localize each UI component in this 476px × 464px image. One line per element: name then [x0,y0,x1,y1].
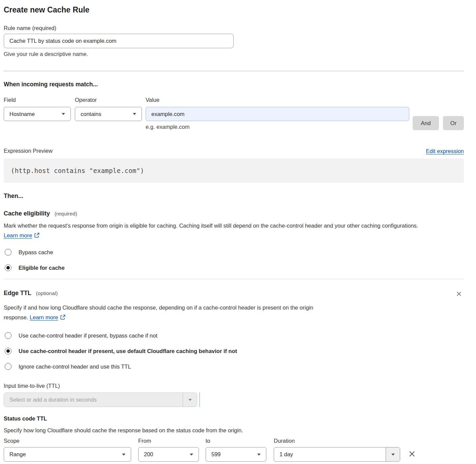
expression-code: (http.host contains "example.com") [11,167,144,174]
cache-eligibility-heading: Cache eligibility [4,210,50,217]
radio-label: Use cache-control header if present, use… [19,348,237,354]
value-input[interactable] [146,107,409,121]
external-link-icon [60,313,66,323]
cache-eligibility-description: Mark whether the request's response from… [4,221,422,241]
expression-preview-label: Expression Preview [4,147,53,154]
edge-ttl-close-button[interactable] [455,290,463,299]
chevron-down-icon [188,399,192,401]
radio-icon [5,249,11,256]
duration-select-value: 1 day [274,451,298,458]
cache-eligibility-description-text: Mark whether the request's response from… [4,223,418,229]
scope-label: Scope [4,437,131,444]
cache-eligibility-learn-more-link[interactable]: Learn more [4,232,32,238]
to-label: to [206,437,266,444]
then-heading: Then... [4,192,464,200]
radio-use-header-default[interactable]: Use cache-control header if present, use… [4,348,464,354]
required-badge: (required) [55,211,77,216]
radio-bypass-cache[interactable]: Bypass cache [4,249,464,256]
to-select-value: 599 [211,451,221,458]
field-label: Field [4,96,71,104]
status-code-ttl-description: Specify how long Cloudflare should cache… [4,426,464,434]
radio-icon [5,363,11,370]
text-cursor-line [199,393,200,407]
from-select[interactable]: 200 [138,447,199,462]
match-heading: When incoming requests match... [4,80,464,88]
ttl-duration-arrow-segment[interactable] [183,393,197,407]
match-expression-row: Field Hostname Operator contains Value e… [4,96,464,130]
status-code-ttl-heading: Status code TTL [4,415,464,422]
remove-row-button[interactable] [408,450,416,459]
operator-select[interactable]: contains [75,107,142,121]
radio-label: Ignore cache-control header and use this… [19,364,131,370]
duration-arrow-segment[interactable] [386,447,400,461]
chevron-down-icon [190,454,193,456]
radio-label: Use cache-control header if present, byp… [19,332,157,339]
from-label: From [138,437,199,444]
page-title: Create new Cache Rule [4,5,464,15]
chevron-down-icon [257,454,261,456]
rule-name-input[interactable] [4,34,234,48]
ttl-duration-select[interactable]: Select or add a duration in seconds [4,393,197,407]
chevron-down-icon [133,113,136,115]
operator-label: Operator [75,96,142,104]
status-code-ttl-row: Range 200 599 1 day [4,447,464,462]
chevron-down-icon [122,454,125,456]
scope-select[interactable]: Range [4,447,131,462]
create-cache-rule-page: Create new Cache Rule Rule name (require… [0,0,476,464]
chevron-down-icon [391,454,395,456]
operator-select-value: contains [81,111,101,117]
radio-icon [5,332,11,339]
duration-select[interactable]: 1 day [274,447,400,462]
section-divider [4,279,464,279]
field-select-value: Hostname [9,111,35,117]
from-select-value: 200 [144,451,153,458]
close-icon [408,454,416,459]
radio-use-header-bypass[interactable]: Use cache-control header if present, byp… [4,332,464,339]
rule-name-help: Give your rule a descriptive name. [4,51,464,57]
radio-icon [5,348,11,354]
radio-label: Eligible for cache [19,265,65,271]
value-help: e.g. example.com [146,124,409,130]
edge-ttl-heading: Edge TTL [4,290,31,296]
duration-label: Duration [274,437,400,444]
section-divider [4,71,464,71]
edge-ttl-learn-more-link[interactable]: Learn more [30,314,58,320]
chevron-down-icon [62,113,65,115]
radio-ignore-header-use-ttl[interactable]: Ignore cache-control header and use this… [4,363,464,370]
expression-preview-block: (http.host contains "example.com") [4,158,464,183]
and-button[interactable]: And [413,116,439,130]
scope-select-value: Range [9,451,26,458]
to-select[interactable]: 599 [206,447,266,462]
close-icon [455,293,463,298]
edit-expression-link[interactable]: Edit expression [426,148,464,154]
field-select[interactable]: Hostname [4,107,71,121]
or-button[interactable]: Or [443,116,464,130]
external-link-icon [34,231,40,241]
rule-name-label: Rule name (required) [4,24,464,32]
radio-label: Bypass cache [19,249,53,256]
edge-ttl-description: Specify if and how long Cloudflare shoul… [4,303,337,323]
value-label: Value [146,96,409,104]
optional-badge: (optional) [36,290,58,296]
radio-eligible-for-cache[interactable]: Eligible for cache [4,264,464,271]
ttl-input-label: Input time-to-live (TTL) [4,382,464,389]
ttl-duration-placeholder: Select or add a duration in seconds [4,397,102,403]
radio-icon [5,264,11,271]
